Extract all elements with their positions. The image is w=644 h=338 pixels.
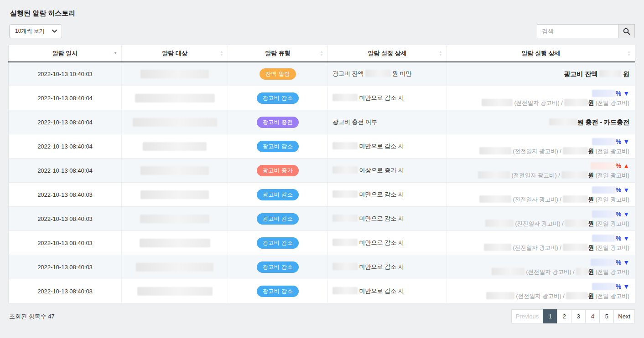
alarm-exec-cell: % ▼ (전전일자 광고비) / 원 (전일 광고비) — [447, 279, 635, 303]
detail-text: 원 — [621, 70, 629, 77]
detail-text: 미만으로 감소 시 — [358, 215, 404, 222]
redacted-value — [563, 244, 588, 251]
detail-text: 미만으로 감소 시 — [358, 143, 404, 149]
alarm-exec-cell: 원 충전 - 카드충전 — [447, 110, 635, 134]
redacted-value — [549, 118, 577, 125]
redacted-value — [332, 215, 358, 222]
alarm-type-cell: 광고비 감소 — [228, 255, 328, 279]
pagination-next[interactable]: Next — [613, 309, 635, 323]
detail-text: 이상으로 증가 시 — [358, 167, 404, 174]
sort-both-icon: ▲▼ — [627, 50, 631, 56]
detail-text: (전일 광고비) — [594, 196, 629, 203]
redacted-value — [492, 268, 525, 275]
per-page-select[interactable]: 10개씩 보기 — [9, 24, 62, 38]
pagination-previous[interactable]: Previous — [511, 309, 544, 323]
exec-detail-line: (전전일자 광고비) / 원 (전일 광고비) — [447, 171, 629, 180]
alarm-exec-cell: % ▼ (전전일자 광고비) / 원 (전일 광고비) — [447, 134, 635, 159]
detail-text: 원 — [588, 148, 594, 154]
alarm-setting-cell: 이상으로 증가 시 — [328, 159, 447, 183]
alarm-type-badge: 광고비 감소 — [257, 261, 299, 273]
alarm-type-badge: 광고비 감소 — [257, 92, 299, 104]
exec-detail-line: % ▼ — [447, 89, 629, 98]
redacted-value — [332, 166, 358, 174]
detail-text: (전전일자 광고비) / — [513, 100, 564, 106]
detail-text: (전전일자 광고비) / — [514, 293, 566, 299]
column-header[interactable]: 알람 대상 ▲▼ — [122, 45, 228, 62]
exec-detail-line: (전전일자 광고비) / 원 (전일 광고비) — [447, 219, 629, 228]
redacted-value — [591, 162, 616, 169]
detail-text: % ▼ — [616, 210, 629, 218]
alarm-setting-cell: 미만으로 감소 시 — [328, 231, 447, 255]
pagination-4[interactable]: 4 — [585, 309, 600, 323]
exec-detail-line: (전전일자 광고비) / 원 (전일 광고비) — [447, 98, 629, 108]
column-header[interactable]: 알람 설정 상세 ▲▼ — [328, 45, 447, 62]
table-row: 2022-10-13 08:40:03 광고비 감소 미만으로 감소 시 % ▼… — [9, 231, 635, 255]
alarm-datetime-cell: 2022-10-13 08:40:03 — [9, 255, 122, 279]
column-header[interactable]: 알람 유형 ▲▼ — [228, 45, 328, 62]
exec-detail-line: % ▼ — [447, 258, 629, 267]
alarm-type-cell: 잔액 알람 — [228, 62, 328, 86]
detail-text: (전전일자 광고비) / — [511, 245, 563, 251]
detail-text: (전일 광고비) — [594, 269, 629, 275]
column-header[interactable]: 알람 일시 ▼ — [9, 45, 122, 62]
pagination-5[interactable]: 5 — [599, 309, 614, 323]
redacted-target — [143, 142, 207, 151]
exec-detail-line: % ▼ — [447, 185, 629, 195]
chevron-down-icon — [52, 30, 57, 33]
redacted-value — [484, 244, 511, 251]
alarm-exec-cell: 광고비 잔액 원 — [447, 62, 635, 86]
detail-text: % ▼ — [616, 259, 629, 266]
exec-detail-line: % ▼ — [447, 234, 629, 243]
redacted-value — [478, 171, 510, 179]
column-header-label: 알람 실행 상세 — [521, 50, 560, 56]
pagination-3[interactable]: 3 — [571, 309, 586, 323]
alarm-type-cell: 광고비 감소 — [228, 134, 328, 159]
redacted-value — [564, 99, 588, 106]
pagination-2[interactable]: 2 — [557, 309, 571, 323]
detail-text: (전일 광고비) — [594, 220, 629, 227]
alarm-target-cell — [122, 86, 228, 110]
redacted-value — [576, 268, 588, 275]
detail-text: (전일 광고비) — [594, 245, 629, 251]
detail-text: 광고비 충전 여부 — [332, 118, 377, 125]
detail-text: 원 — [588, 268, 594, 275]
detail-text: 원 — [588, 244, 594, 251]
redacted-target — [140, 190, 209, 199]
table-row: 2022-10-13 08:40:03 광고비 감소 미만으로 감소 시 % ▼… — [9, 279, 635, 303]
alarm-setting-cell: 미만으로 감소 시 — [328, 207, 447, 231]
exec-detail-line: % ▼ — [447, 137, 629, 147]
redacted-value — [332, 94, 358, 101]
search-input[interactable] — [537, 24, 618, 38]
table-row: 2022-10-13 08:40:04 광고비 충전 광고비 충전 여부 원 충… — [9, 110, 635, 134]
redacted-target — [133, 118, 217, 127]
pagination: Previous12345Next — [512, 309, 635, 323]
alarm-type-cell: 광고비 감소 — [228, 207, 328, 231]
detail-text: (전일 광고비) — [594, 100, 629, 106]
redacted-value — [599, 70, 621, 77]
alarm-type-badge: 광고비 감소 — [257, 213, 299, 225]
redacted-value — [479, 147, 511, 154]
detail-text: % ▼ — [616, 186, 629, 194]
alarm-exec-cell: % ▼ (전전일자 광고비) / 원 (전일 광고비) — [447, 255, 635, 279]
redacted-value — [365, 70, 390, 77]
table-row: 2022-10-13 08:40:03 광고비 감소 미만으로 감소 시 % ▼… — [9, 255, 635, 279]
sort-both-icon: ▲▼ — [220, 50, 223, 56]
redacted-target — [140, 70, 209, 78]
redacted-value — [592, 235, 616, 242]
detail-text: (전일 광고비) — [594, 148, 629, 154]
table-controls: 10개씩 보기 — [9, 24, 635, 38]
alarm-datetime-cell: 2022-10-13 08:40:04 — [9, 159, 122, 183]
alarm-type-cell: 광고비 감소 — [228, 279, 328, 303]
pagination-1[interactable]: 1 — [543, 309, 557, 323]
alarm-setting-cell: 광고비 충전 여부 — [328, 110, 447, 134]
detail-text: 원 — [588, 99, 594, 106]
table-row: 2022-10-13 08:40:04 광고비 감소 미만으로 감소 시 % ▼… — [9, 134, 635, 159]
detail-text: 광고비 잔액 — [332, 70, 365, 77]
column-header[interactable]: 알람 실행 상세 ▲▼ — [447, 45, 635, 62]
alarm-type-cell: 광고비 충전 — [228, 110, 328, 134]
redacted-target — [140, 215, 209, 223]
search-button[interactable] — [618, 24, 635, 38]
alarm-setting-cell: 미만으로 감소 시 — [328, 183, 447, 207]
search-icon — [623, 28, 630, 35]
redacted-value — [563, 195, 588, 203]
